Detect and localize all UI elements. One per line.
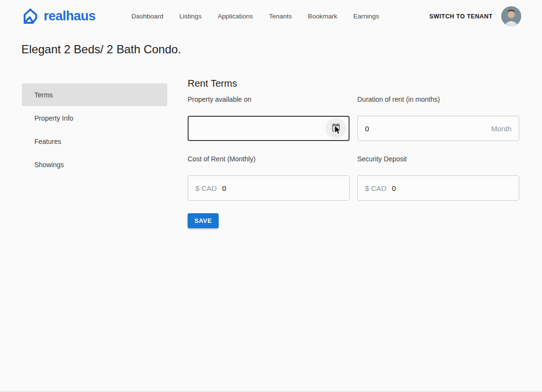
nav-item-listings[interactable]: Listings bbox=[179, 13, 202, 20]
sidebar-item-label: Showings bbox=[34, 161, 64, 169]
nav-item-applications[interactable]: Applications bbox=[218, 13, 253, 20]
app-header: realhaus Dashboard Listings Applications… bbox=[0, 0, 542, 32]
month-suffix: Month bbox=[491, 125, 511, 133]
header-right: SWITCH TO TENANT bbox=[430, 6, 521, 26]
deposit-input[interactable] bbox=[392, 184, 511, 192]
sidebar-item-label: Property Info bbox=[34, 114, 73, 122]
deposit-label: Security Deposit bbox=[357, 155, 519, 163]
cost-input-box: $ CAD bbox=[188, 175, 350, 201]
available-on-label: Property available on bbox=[188, 95, 350, 103]
duration-input-box: Month bbox=[357, 116, 519, 141]
duration-input[interactable] bbox=[365, 125, 491, 133]
cad-currency-prefix: $ CAD bbox=[365, 184, 386, 192]
cost-label: Cost of Rent (Monthly) bbox=[188, 155, 350, 163]
user-avatar[interactable] bbox=[501, 6, 521, 26]
deposit-input-box: $ CAD bbox=[357, 175, 519, 201]
field-security-deposit: Security Deposit $ CAD bbox=[357, 155, 519, 201]
rent-terms-section: Rent Terms Property available on bbox=[188, 78, 519, 228]
sidebar: Terms Property Info Features Showings bbox=[22, 78, 167, 176]
nav-item-tenants[interactable]: Tenants bbox=[269, 13, 292, 20]
brand-name: realhaus bbox=[44, 9, 96, 24]
main-area: Terms Property Info Features Showings Re… bbox=[0, 78, 542, 228]
brand-logo[interactable]: realhaus bbox=[21, 7, 96, 25]
sidebar-item-property-info[interactable]: Property Info bbox=[22, 107, 167, 129]
date-input[interactable] bbox=[196, 125, 320, 133]
sidebar-item-showings[interactable]: Showings bbox=[22, 153, 167, 176]
calendar-icon bbox=[331, 123, 341, 134]
cad-currency-prefix: $ CAD bbox=[195, 184, 217, 192]
page-title: Elegant 2 Beds/ 2 Bath Condo. bbox=[21, 43, 542, 56]
nav-item-earnings[interactable]: Earnings bbox=[353, 13, 379, 20]
nav-item-bookmark[interactable]: Bookmark bbox=[308, 13, 337, 20]
sidebar-item-features[interactable]: Features bbox=[22, 130, 167, 153]
main-nav: Dashboard Listings Applications Tenants … bbox=[131, 13, 379, 20]
sidebar-item-label: Terms bbox=[34, 91, 53, 99]
nav-item-dashboard[interactable]: Dashboard bbox=[131, 13, 163, 20]
sidebar-item-terms[interactable]: Terms bbox=[22, 83, 167, 106]
duration-label: Duration of rent (in months) bbox=[357, 95, 519, 103]
calendar-button[interactable] bbox=[325, 118, 346, 139]
field-property-available-on: Property available on bbox=[188, 95, 350, 141]
switch-to-tenant-button[interactable]: SWITCH TO TENANT bbox=[430, 13, 493, 20]
form-fields: Property available on bbox=[188, 95, 519, 201]
cost-input[interactable] bbox=[222, 184, 342, 192]
date-input-box bbox=[188, 116, 350, 141]
field-duration-of-rent: Duration of rent (in months) Month bbox=[357, 95, 519, 141]
save-button[interactable]: SAVE bbox=[188, 213, 219, 228]
sidebar-item-label: Features bbox=[34, 138, 61, 145]
section-heading: Rent Terms bbox=[188, 78, 519, 89]
field-cost-of-rent: Cost of Rent (Monthly) $ CAD bbox=[188, 155, 350, 201]
house-logo-icon bbox=[21, 7, 39, 25]
